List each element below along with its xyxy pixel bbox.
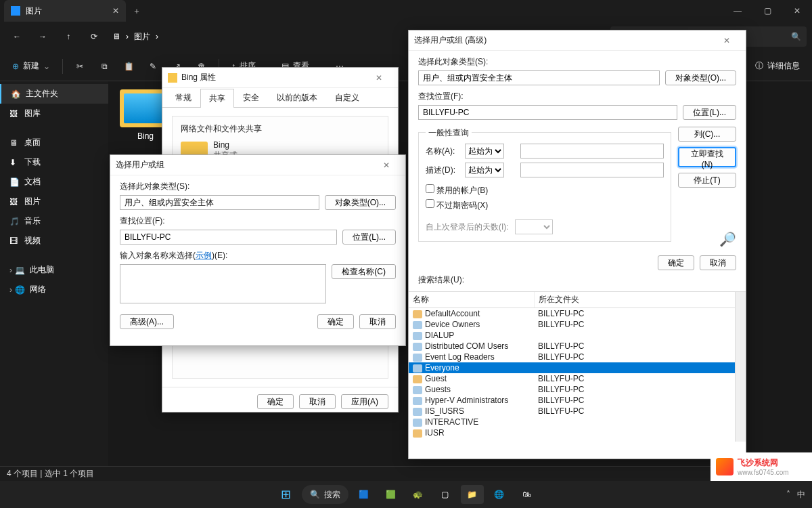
back-button[interactable]: ← xyxy=(5,25,28,48)
tab[interactable]: 共享 xyxy=(200,89,234,108)
taskbar-search[interactable]: 🔍搜索 xyxy=(302,485,348,504)
cut-button[interactable]: ✂ xyxy=(70,56,90,77)
table-row[interactable]: GuestBILLYFU-PC xyxy=(409,373,746,384)
dialog-titlebar[interactable]: 选择用户或组 ✕ xyxy=(110,155,405,175)
table-row[interactable]: DefaultAccountBILLYFU-PC xyxy=(409,308,746,320)
results-label: 搜索结果(U): xyxy=(418,274,736,286)
desc-input[interactable] xyxy=(520,163,664,177)
table-row[interactable]: Everyone xyxy=(409,362,746,373)
explorer-icon[interactable]: 📁 xyxy=(461,485,484,504)
table-row[interactable]: Device OwnersBILLYFU-PC xyxy=(409,319,746,330)
example-link[interactable]: 示例 xyxy=(196,251,212,260)
col-name[interactable]: 名称 xyxy=(409,292,534,308)
sidebar-item[interactable]: ›💻此电脑 xyxy=(0,260,108,280)
up-button[interactable]: ↑ xyxy=(57,25,80,48)
sidebar-item[interactable]: ⬇下载 xyxy=(0,152,108,172)
sidebar-item[interactable]: 🖥桌面 xyxy=(0,133,108,152)
object-types-button[interactable]: 对象类型(O)... xyxy=(665,70,736,85)
paste-button[interactable]: 📋 xyxy=(118,56,139,77)
ok-button[interactable]: 确定 xyxy=(658,255,694,270)
col-folder[interactable]: 所在文件夹 xyxy=(534,292,746,308)
columns-button[interactable]: 列(C)... xyxy=(678,127,736,142)
tab[interactable]: 图片 ✕ xyxy=(4,0,126,22)
advanced-button[interactable]: 高级(A)... xyxy=(120,314,174,329)
table-row[interactable]: Distributed COM UsersBILLYFU-PC xyxy=(409,341,746,352)
new-button[interactable]: ⊕新建⌄ xyxy=(7,58,55,75)
taskbar: ⊞ 🔍搜索 🟦 🟩 🐢 ▢ 📁 🌐 🛍 ˄ 中 xyxy=(0,481,812,508)
location-input[interactable] xyxy=(418,105,677,120)
dialog-titlebar[interactable]: Bing 属性 ✕ xyxy=(162,68,398,88)
group-icon xyxy=(413,408,422,416)
object-types-button[interactable]: 对象类型(O)... xyxy=(325,195,396,210)
cancel-button[interactable]: 取消 xyxy=(299,394,336,409)
maximize-button[interactable]: ▢ xyxy=(752,0,782,22)
object-names-input[interactable] xyxy=(120,264,326,303)
start-button[interactable]: ⊞ xyxy=(275,485,298,504)
results-table[interactable]: 名称 所在文件夹 DefaultAccountBILLYFU-PCDevice … xyxy=(409,292,746,438)
find-now-button[interactable]: 立即查找(N) xyxy=(678,147,736,167)
task-icon[interactable]: 🟦 xyxy=(353,485,376,504)
cancel-button[interactable]: 取消 xyxy=(700,255,736,270)
table-row[interactable]: DIALUP xyxy=(409,330,746,341)
tab[interactable]: 以前的版本 xyxy=(268,88,326,107)
sidebar-item[interactable]: 🖼图库 xyxy=(0,104,108,123)
disabled-checkbox[interactable]: 禁用的帐户(B) xyxy=(426,186,488,195)
apply-button[interactable]: 应用(A) xyxy=(341,394,388,409)
task-icon[interactable]: 🐢 xyxy=(407,485,430,504)
never-expire-checkbox[interactable]: 不过期密码(X) xyxy=(426,200,488,210)
object-type-input[interactable] xyxy=(418,70,660,85)
name-input[interactable] xyxy=(520,144,664,158)
sidebar-item[interactable]: 🏠主文件夹 xyxy=(0,84,108,104)
sidebar-item[interactable]: 🖼图片 xyxy=(0,192,108,211)
sidebar-item[interactable]: 📄文档 xyxy=(0,172,108,192)
sidebar-item[interactable]: 🎵音乐 xyxy=(0,211,108,231)
share-item-name: Bing xyxy=(213,140,238,150)
task-icon[interactable]: 🟩 xyxy=(380,485,403,504)
table-row[interactable]: IIS_IUSRSBILLYFU-PC xyxy=(409,406,746,417)
close-icon[interactable]: ✕ xyxy=(713,36,740,45)
check-names-button[interactable]: 检查名称(C) xyxy=(332,264,396,279)
dialog-titlebar[interactable]: 选择用户或组 (高级) ✕ xyxy=(409,30,746,51)
location-label: 查找位置(F): xyxy=(418,91,736,102)
close-button[interactable]: ✕ xyxy=(782,0,812,22)
tab[interactable]: 自定义 xyxy=(326,88,368,107)
edge-icon[interactable]: 🌐 xyxy=(488,485,511,504)
sidebar-item[interactable]: ›🌐网络 xyxy=(0,280,108,299)
table-row[interactable]: GuestsBILLYFU-PC xyxy=(409,384,746,395)
ok-button[interactable]: 确定 xyxy=(317,314,354,329)
locations-button[interactable]: 位置(L)... xyxy=(683,105,736,120)
breadcrumb[interactable]: 🖥 › 图片 › xyxy=(112,31,158,43)
name-mode-select[interactable]: 起始为 xyxy=(465,144,504,158)
task-icon[interactable]: ▢ xyxy=(434,485,457,504)
forward-button[interactable]: → xyxy=(31,25,54,48)
table-row[interactable]: Event Log ReadersBILLYFU-PC xyxy=(409,352,746,362)
breadcrumb-item[interactable]: 图片 xyxy=(134,31,150,43)
table-row[interactable]: Hyper-V AdministratorsBILLYFU-PC xyxy=(409,395,746,406)
tray-chevron-icon[interactable]: ˄ xyxy=(786,490,790,499)
table-row[interactable]: INTERACTIVE xyxy=(409,417,746,427)
close-icon[interactable]: ✕ xyxy=(365,73,392,83)
group-icon xyxy=(413,419,422,427)
locations-button[interactable]: 位置(L)... xyxy=(342,230,396,245)
rename-button[interactable]: ✎ xyxy=(143,56,163,77)
desc-mode-select[interactable]: 起始为 xyxy=(465,163,504,177)
table-row[interactable]: IUSR xyxy=(409,427,746,438)
minimize-button[interactable]: — xyxy=(723,0,752,22)
cancel-button[interactable]: 取消 xyxy=(359,314,396,329)
store-icon[interactable]: 🛍 xyxy=(515,485,538,504)
ok-button[interactable]: 确定 xyxy=(257,394,294,409)
details-button[interactable]: ⓘ详细信息 xyxy=(750,58,805,75)
tab-close-icon[interactable]: ✕ xyxy=(112,6,119,16)
tab[interactable]: 常规 xyxy=(166,88,200,107)
new-tab-button[interactable]: ＋ xyxy=(126,5,148,17)
location-input[interactable] xyxy=(120,230,337,245)
stop-button[interactable]: 停止(T) xyxy=(678,173,736,188)
sidebar-item[interactable]: 🎞视频 xyxy=(0,231,108,251)
ime-indicator[interactable]: 中 xyxy=(797,489,805,501)
close-icon[interactable]: ✕ xyxy=(373,161,400,170)
scrollbar[interactable] xyxy=(735,292,746,442)
object-type-input[interactable] xyxy=(120,195,319,210)
refresh-button[interactable]: ⟳ xyxy=(83,25,106,48)
copy-button[interactable]: ⧉ xyxy=(94,56,114,77)
tab[interactable]: 安全 xyxy=(234,88,268,107)
